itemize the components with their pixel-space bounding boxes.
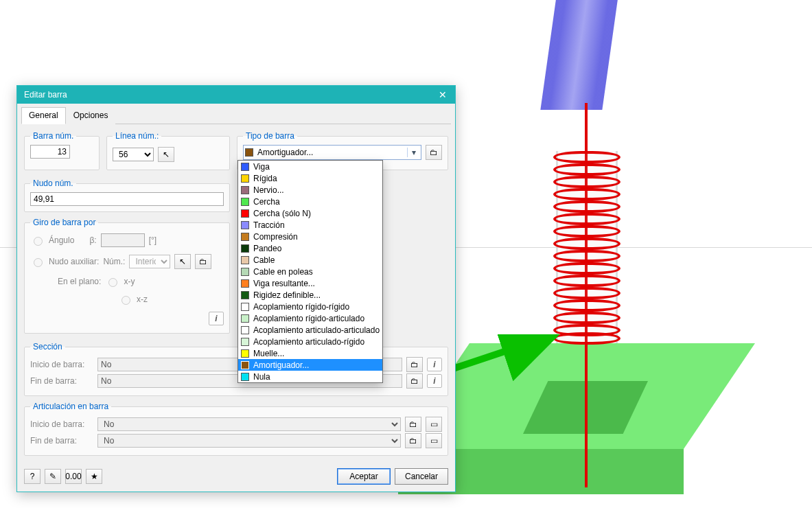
hinge-end-select[interactable]: No xyxy=(97,434,401,448)
plane-xz-radio[interactable] xyxy=(121,296,130,305)
hinge-end-edit-button[interactable]: ▭ xyxy=(426,433,442,448)
member-type-library-button[interactable]: 🗀 xyxy=(426,145,442,160)
legend-member-rotation: Giro de barra por xyxy=(30,218,98,227)
aux-num-label: Núm.: xyxy=(103,257,125,266)
member-type-option[interactable]: Cercha (sólo N) xyxy=(238,207,382,219)
member-type-option[interactable]: Nervio... xyxy=(238,184,382,196)
member-type-option-label: Cercha (sólo N) xyxy=(253,209,311,218)
details-button[interactable]: ✎ xyxy=(45,469,61,484)
pick-line-button[interactable]: ↖ xyxy=(158,147,174,162)
member-type-dropdown[interactable]: Amortiguador... ▾ xyxy=(243,145,421,160)
hinge-start-new-button[interactable]: 🗀 xyxy=(405,417,421,432)
help-button[interactable]: ? xyxy=(24,469,40,484)
member-type-option[interactable]: Amortiguador... xyxy=(238,359,382,371)
swatch-icon xyxy=(241,361,249,369)
section-end-info-button[interactable]: i xyxy=(427,374,442,388)
close-icon[interactable]: ✕ xyxy=(434,89,451,100)
favorites-button[interactable]: ★ xyxy=(86,469,102,484)
legend-member-type: Tipo de barra xyxy=(243,131,297,141)
hinge-start-select[interactable]: No xyxy=(97,417,401,431)
group-node-number: Nudo núm. xyxy=(24,178,230,212)
cancel-button[interactable]: Cancelar xyxy=(395,468,448,485)
member-type-option[interactable]: Rigidez definible... xyxy=(238,289,382,301)
member-type-option-label: Cercha xyxy=(253,197,280,207)
swatch-icon xyxy=(241,163,249,171)
swatch-icon xyxy=(241,303,249,311)
member-type-option[interactable]: Nula xyxy=(238,371,382,382)
hinge-start-edit-button[interactable]: ▭ xyxy=(426,417,442,432)
rotation-auxnode-label: Nudo auxiliar: xyxy=(49,257,99,266)
beta-input[interactable] xyxy=(101,233,145,247)
line-number-select[interactable]: 56 xyxy=(113,148,154,161)
member-number-input[interactable] xyxy=(30,145,70,159)
member-type-option-list[interactable]: VigaRígidaNervio...CerchaCercha (sólo N)… xyxy=(237,160,383,383)
new-auxnode-button[interactable]: 🗀 xyxy=(195,254,211,269)
member-type-option[interactable]: Rígida xyxy=(238,172,382,184)
member-type-option-label: Acoplamiento articulado-rígido xyxy=(253,337,364,347)
group-member-rotation: Giro de barra por Ángulo β: [°] Nudo aux… xyxy=(24,218,230,334)
member-type-option[interactable]: Acoplamiento rígido-rígido xyxy=(238,301,382,312)
dialog-footer: ? ✎ 0.00 ★ Aceptar Cancelar xyxy=(17,468,455,492)
swatch-icon xyxy=(241,233,249,241)
swatch-icon xyxy=(241,279,249,288)
pick-auxnode-button[interactable]: ↖ xyxy=(174,254,191,269)
tab-options[interactable]: Opciones xyxy=(66,107,116,124)
units-button[interactable]: 0.00 xyxy=(65,469,82,484)
dialog-title: Editar barra xyxy=(24,90,434,100)
member-type-option-label: Nervio... xyxy=(253,185,284,195)
legend-member-number: Barra núm. xyxy=(30,131,76,141)
swatch-icon xyxy=(241,268,249,276)
rotation-info-button[interactable]: i xyxy=(209,312,224,325)
swatch-icon xyxy=(241,198,249,206)
section-end-library-button[interactable]: 🗀 xyxy=(406,373,423,389)
section-start-info-button[interactable]: i xyxy=(427,358,442,371)
aux-num-select[interactable]: Interior xyxy=(129,255,170,268)
member-type-option[interactable]: Compresión xyxy=(238,231,382,242)
section-start-library-button[interactable]: 🗀 xyxy=(406,357,423,372)
rotation-angle-radio[interactable] xyxy=(34,237,43,246)
swatch-icon xyxy=(241,314,249,323)
ok-button[interactable]: Aceptar xyxy=(337,468,391,485)
legend-section: Sección xyxy=(30,342,65,351)
legend-node-number: Nudo núm. xyxy=(30,178,76,188)
member-type-value: Amortiguador... xyxy=(257,148,313,157)
rotation-angle-label: Ángulo xyxy=(49,235,74,245)
plane-xy-label: x-y xyxy=(124,277,135,286)
dialog-titlebar[interactable]: Editar barra ✕ xyxy=(17,86,455,104)
member-type-option[interactable]: Cable xyxy=(238,254,382,266)
member-type-option-label: Acoplamiento rígido-rígido xyxy=(253,302,349,312)
member-type-option[interactable]: Acoplamiento articulado-rígido xyxy=(238,336,382,347)
member-type-option[interactable]: Acoplamiento rígido-articulado xyxy=(238,312,382,324)
member-type-option[interactable]: Tracción xyxy=(238,219,382,231)
legend-line-number: Línea núm.: xyxy=(113,131,161,141)
member-type-option[interactable]: Pandeo xyxy=(238,242,382,254)
section-start-label: Inicio de barra: xyxy=(30,360,93,369)
beta-label: β: xyxy=(89,235,96,245)
swatch-icon xyxy=(241,349,249,358)
plane-xy-radio[interactable] xyxy=(108,278,117,287)
hinge-start-label: Inicio de barra: xyxy=(30,419,93,429)
damper-spring xyxy=(556,151,618,343)
member-type-option-label: Cable xyxy=(253,255,275,265)
member-type-option[interactable]: Cable en poleas xyxy=(238,266,382,277)
member-type-option[interactable]: Muelle... xyxy=(238,347,382,359)
swatch-icon xyxy=(241,256,249,264)
rotation-auxnode-radio[interactable] xyxy=(34,258,43,267)
member-type-option-label: Viga xyxy=(253,162,270,172)
member-type-option-label: Amortiguador... xyxy=(253,360,309,370)
hinge-end-new-button[interactable]: 🗀 xyxy=(405,433,421,448)
node-number-input[interactable] xyxy=(30,192,224,206)
tab-general[interactable]: General xyxy=(21,107,66,124)
swatch-icon xyxy=(241,373,249,381)
member-type-option[interactable]: Viga xyxy=(238,161,382,172)
member-type-option[interactable]: Viga resultante... xyxy=(238,277,382,289)
plane-xz-label: x-z xyxy=(137,295,148,304)
swatch-icon xyxy=(241,186,249,194)
swatch-icon xyxy=(241,174,249,183)
member-type-option[interactable]: Acoplamiento articulado-articulado xyxy=(238,324,382,336)
member-type-option[interactable]: Cercha xyxy=(238,196,382,207)
swatch-icon xyxy=(241,221,249,229)
plane-label: En el plano: xyxy=(58,277,101,286)
member-type-option-label: Acoplamiento rígido-articulado xyxy=(253,314,364,323)
swatch-icon xyxy=(241,244,249,253)
